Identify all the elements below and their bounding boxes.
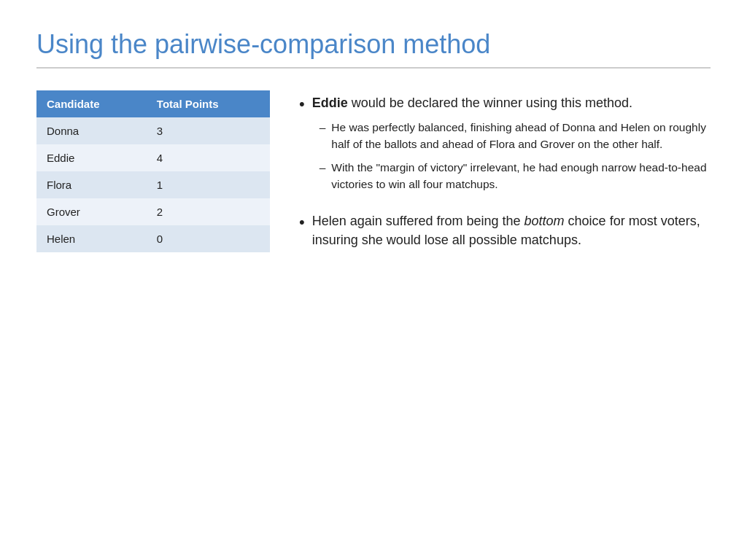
points-cell: 1 [147, 171, 270, 198]
sub-dash-1-1: – [320, 120, 326, 136]
sub-dash-1-2: – [320, 160, 326, 176]
table-row: Donna3 [36, 117, 270, 144]
text-section: • Eddie would be declared the winner usi… [299, 90, 711, 531]
slide: Using the pairwise-comparison method Can… [0, 0, 747, 560]
points-cell: 4 [147, 144, 270, 171]
sub-item-1-1: – He was perfectly balanced, finishing a… [312, 120, 711, 152]
bullet2-italic: bottom [525, 214, 565, 228]
content-area: Candidate Total Points Donna3Eddie4Flora… [36, 90, 711, 531]
sub-text-1-2: With the "margin of victory" irrelevant,… [331, 160, 711, 192]
table-body: Donna3Eddie4Flora1Grover2Helen0 [36, 117, 270, 252]
table-row: Flora1 [36, 171, 270, 198]
candidates-table: Candidate Total Points Donna3Eddie4Flora… [36, 90, 270, 252]
candidate-cell: Eddie [36, 144, 147, 171]
candidate-cell: Helen [36, 225, 147, 252]
table-row: Eddie4 [36, 144, 270, 171]
table-row: Helen0 [36, 225, 270, 252]
bullet2-prefix: Helen again suffered from being the [312, 214, 525, 228]
candidate-cell: Donna [36, 117, 147, 144]
bullet-list: • Eddie would be declared the winner usi… [299, 93, 711, 249]
table-section: Candidate Total Points Donna3Eddie4Flora… [36, 90, 270, 531]
col-header-candidate: Candidate [36, 90, 147, 117]
bullet-content-2: Helen again suffered from being the bott… [312, 211, 711, 249]
bullet1-rest: would be declared the winner using this … [348, 96, 632, 110]
sub-list-1: – He was perfectly balanced, finishing a… [312, 120, 711, 192]
bullet-content-1: Eddie would be declared the winner using… [312, 93, 711, 200]
candidate-cell: Grover [36, 198, 147, 225]
sub-item-1-2: – With the "margin of victory" irrelevan… [312, 160, 711, 192]
points-cell: 0 [147, 225, 270, 252]
table-header-row: Candidate Total Points [36, 90, 270, 117]
candidate-cell: Flora [36, 171, 147, 198]
bullet1-bold: Eddie [312, 96, 348, 110]
slide-title: Using the pairwise-comparison method [36, 29, 711, 69]
table-row: Grover2 [36, 198, 270, 225]
points-cell: 2 [147, 198, 270, 225]
bullet-dot-1: • [299, 93, 305, 116]
bullet-dot-2: • [299, 211, 305, 234]
col-header-points: Total Points [147, 90, 270, 117]
points-cell: 3 [147, 117, 270, 144]
bullet-item-1: • Eddie would be declared the winner usi… [299, 93, 711, 200]
bullet-item-2: • Helen again suffered from being the bo… [299, 211, 711, 249]
sub-text-1-1: He was perfectly balanced, finishing ahe… [331, 120, 711, 152]
